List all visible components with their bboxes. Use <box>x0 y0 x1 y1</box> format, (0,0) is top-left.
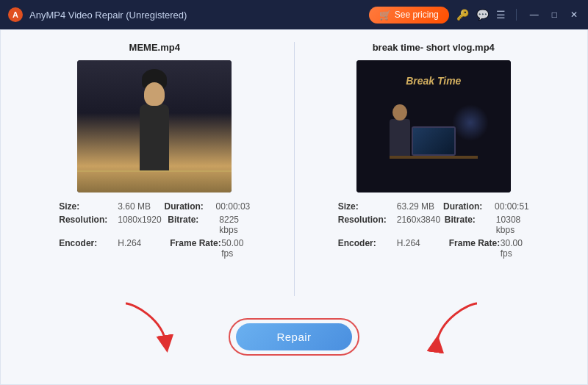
left-resolution-label: Resolution: <box>59 215 118 235</box>
monitor <box>412 126 456 156</box>
titlebar: A AnyMP4 Video Repair (Unregistered) 🛒 S… <box>0 0 588 29</box>
right-size-label: Size: <box>338 201 397 212</box>
see-pricing-button[interactable]: 🛒 See pricing <box>369 7 449 24</box>
chat-icon[interactable]: 💬 <box>476 9 489 21</box>
left-resolution-value: 1080x1920 <box>118 215 168 235</box>
left-encoder-row: Encoder: H.264 Frame Rate: 50.00 fps <box>59 238 250 259</box>
left-duration-label: Duration: <box>165 201 216 212</box>
left-resolution-row: Resolution: 1080x1920 Bitrate: 8225 kbps <box>59 215 250 235</box>
left-size-label: Size: <box>59 201 118 212</box>
desk-scene <box>390 119 478 178</box>
person-head <box>144 82 165 106</box>
right-size-value: 63.29 MB <box>397 201 443 212</box>
left-size-value: 3.60 MB <box>118 201 164 212</box>
left-video-title: MEME.mp4 <box>129 42 180 53</box>
minimize-button[interactable]: — <box>527 10 542 20</box>
right-video-thumbnail: Break Time <box>356 60 511 192</box>
right-encoder-row: Encoder: H.264 Frame Rate: 30.00 fps <box>338 238 529 259</box>
left-duration-value: 00:00:03 <box>216 201 251 212</box>
video-divider <box>294 42 295 296</box>
videos-row: MEME.mp4 Size: 3.60 MB Duration: 00:00:0… <box>23 42 565 296</box>
right-framerate-value: 30.00 fps <box>501 238 529 259</box>
right-resolution-value: 2160x3840 <box>397 215 445 235</box>
left-encoder-value: H.264 <box>118 238 170 259</box>
left-encoder-label: Encoder: <box>59 238 118 259</box>
close-button[interactable]: ✕ <box>567 10 581 20</box>
maximize-button[interactable]: □ <box>549 10 560 20</box>
right-resolution-row: Resolution: 2160x3840 Bitrate: 10308 kbp… <box>338 215 529 235</box>
desk <box>390 156 478 159</box>
left-size-row: Size: 3.60 MB Duration: 00:00:03 <box>59 201 250 212</box>
left-framerate-label: Frame Rate: <box>170 238 221 259</box>
right-framerate-label: Frame Rate: <box>449 238 501 259</box>
titlebar-icons: 🔑 💬 ☰ — □ ✕ <box>456 9 581 21</box>
bottom-section: Repair <box>23 296 565 377</box>
right-duration-value: 00:00:51 <box>495 201 529 212</box>
key-icon[interactable]: 🔑 <box>456 9 469 21</box>
floor-line <box>77 170 232 172</box>
repair-button[interactable]: Repair <box>236 323 351 350</box>
right-size-row: Size: 63.29 MB Duration: 00:00:51 <box>338 201 529 212</box>
left-video-info: Size: 3.60 MB Duration: 00:00:03 Resolut… <box>59 201 250 262</box>
person2-head <box>392 104 407 120</box>
break-time-overlay: Break Time <box>406 75 461 87</box>
right-encoder-value: H.264 <box>397 238 449 259</box>
right-video-scene: Break Time <box>356 60 511 192</box>
app-title: AnyMP4 Video Repair (Unregistered) <box>29 10 369 21</box>
main-content: MEME.mp4 Size: 3.60 MB Duration: 00:00:0… <box>0 29 588 385</box>
monitor-screen <box>413 128 454 154</box>
left-video-thumbnail <box>77 60 232 192</box>
left-arrow <box>111 296 184 355</box>
right-encoder-label: Encoder: <box>338 238 397 259</box>
right-duration-label: Duration: <box>443 201 495 212</box>
right-bitrate-label: Bitrate: <box>445 215 496 235</box>
right-resolution-label: Resolution: <box>338 215 397 235</box>
right-video-title: break time- short vlog.mp4 <box>373 42 495 53</box>
left-video-scene <box>77 60 232 192</box>
cart-icon: 🛒 <box>379 10 391 21</box>
left-bitrate-value: 8225 kbps <box>219 215 250 235</box>
right-video-info: Size: 63.29 MB Duration: 00:00:51 Resolu… <box>338 201 529 262</box>
repair-button-wrapper: Repair <box>229 318 359 356</box>
titlebar-separator <box>516 9 517 21</box>
menu-icon[interactable]: ☰ <box>496 9 506 21</box>
left-video-panel: MEME.mp4 Size: 3.60 MB Duration: 00:00:0… <box>23 42 287 296</box>
right-arrow <box>418 296 492 355</box>
app-logo: A <box>7 7 24 23</box>
svg-text:A: A <box>12 10 18 19</box>
left-bitrate-label: Bitrate: <box>168 215 219 235</box>
person2-body <box>390 119 410 157</box>
left-framerate-value: 50.00 fps <box>221 238 250 259</box>
right-bitrate-value: 10308 kbps <box>496 215 529 235</box>
right-video-panel: break time- short vlog.mp4 Break Time <box>302 42 566 296</box>
